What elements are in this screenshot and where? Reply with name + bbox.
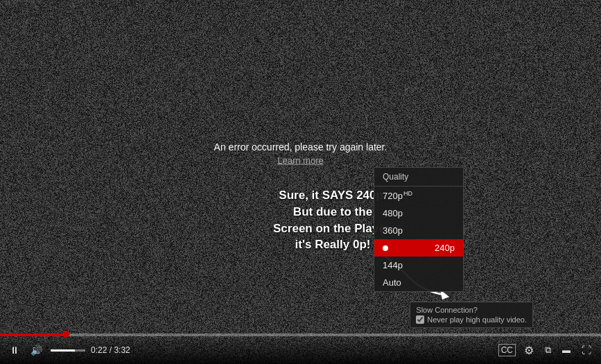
controls-bar: ⏸ 🔊 0:22 / 3:32 CC ⚙ ⧉ ▬ ⛶ <box>0 336 601 364</box>
quality-item-240p[interactable]: 240p <box>374 239 463 257</box>
slow-connection-label: Slow Connection? <box>416 306 527 315</box>
quality-popup-wrapper: Quality 720pHD 480p 360p 240p 144p Auto … <box>410 302 533 328</box>
time-current: 0:22 <box>91 345 107 355</box>
volume-bar[interactable] <box>51 349 85 352</box>
theater-button[interactable]: ▬ <box>559 345 573 355</box>
volume-filled <box>51 349 75 352</box>
error-overlay: An error occurred, please try again late… <box>214 141 387 165</box>
quality-item-720p[interactable]: 720pHD <box>374 187 463 205</box>
time-display: 0:22 / 3:32 <box>91 345 130 355</box>
captions-button[interactable]: CC <box>498 344 516 356</box>
slow-connection-section: Slow Connection? Never play high quality… <box>410 302 533 328</box>
pause-icon: ⏸ <box>10 345 19 356</box>
quality-title: Quality <box>374 168 463 187</box>
volume-icon: 🔊 <box>31 345 42 356</box>
quality-item-auto[interactable]: Auto <box>374 274 463 291</box>
quality-item-144p[interactable]: 144p <box>374 257 463 274</box>
slow-connection-row: Never play high quality video. <box>416 315 527 324</box>
video-player: An error occurred, please try again late… <box>0 0 601 364</box>
quality-popup[interactable]: Quality 720pHD 480p 360p 240p 144p Auto <box>374 167 464 292</box>
volume-button[interactable]: 🔊 <box>28 343 45 357</box>
quality-item-480p[interactable]: 480p <box>374 205 463 222</box>
selected-dot <box>383 245 388 251</box>
fullscreen-button[interactable]: ⛶ <box>579 345 594 356</box>
time-separator: / <box>107 345 114 355</box>
learn-more-link[interactable]: Learn more <box>214 155 387 165</box>
miniplayer-button[interactable]: ⧉ <box>542 345 554 356</box>
quality-item-360p[interactable]: 360p <box>374 222 463 239</box>
pause-button[interactable]: ⏸ <box>7 343 22 357</box>
settings-button[interactable]: ⚙ <box>521 344 537 357</box>
never-play-high-label: Never play high quality video. <box>427 315 527 324</box>
time-total: 3:32 <box>114 345 130 355</box>
never-play-high-checkbox[interactable] <box>416 315 424 324</box>
error-message: An error occurred, please try again late… <box>214 141 387 152</box>
